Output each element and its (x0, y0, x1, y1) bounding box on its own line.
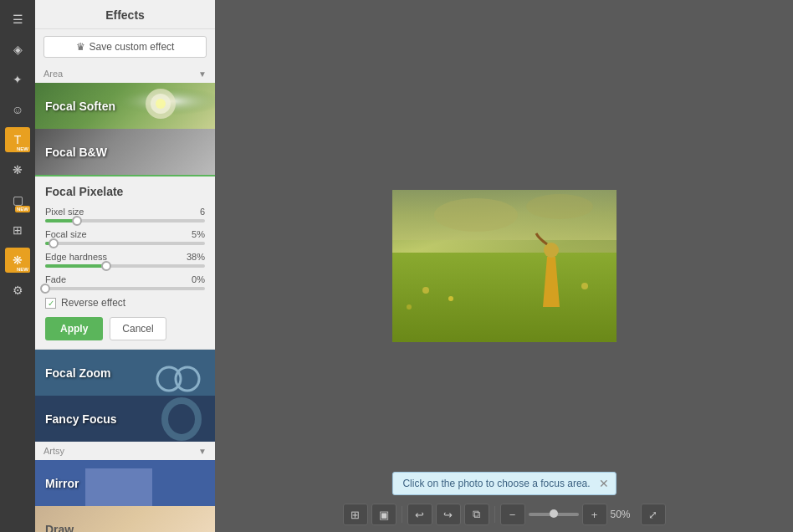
focal-zoom-tile[interactable]: Focal Zoom (35, 350, 215, 396)
edge-hardness-track[interactable] (45, 264, 205, 268)
zoom-out-button[interactable]: − (500, 504, 525, 525)
zoom-slider-thumb[interactable] (550, 509, 558, 518)
portrait-icon[interactable]: ☺ (5, 97, 30, 122)
new-icon: NEW (15, 206, 30, 212)
text-icon[interactable]: T NEW (5, 127, 30, 152)
focal-size-slider-row: Focal size 5% (45, 229, 205, 245)
apply-button[interactable]: Apply (45, 317, 103, 340)
sticker-icon[interactable]: ❋ (5, 157, 30, 182)
pixel-size-thumb[interactable] (72, 216, 82, 226)
draw-tile[interactable]: Draw (35, 506, 215, 532)
focal-size-value: 5% (192, 229, 205, 239)
pixel-size-slider-row: Pixel size 6 (45, 207, 205, 223)
svg-point-13 (434, 198, 518, 232)
effects-icon[interactable]: ❋ NEW (5, 248, 30, 273)
main-canvas-area: Click on the photo to choose a focus are… (215, 0, 793, 532)
fade-thumb[interactable] (40, 284, 50, 294)
svg-point-18 (407, 304, 412, 309)
edge-hardness-fill (45, 264, 106, 268)
fullscreen-button[interactable]: ⤢ (641, 504, 666, 525)
crop-button[interactable]: ⧉ (464, 504, 489, 525)
layers-button[interactable]: ⊞ (343, 504, 368, 525)
edge-hardness-label: Edge hardness (45, 252, 107, 262)
sliders-icon[interactable]: ☰ (5, 7, 30, 32)
fancy-focus-tile[interactable]: Fancy Focus (35, 396, 215, 442)
toast-close-button[interactable]: ✕ (599, 477, 609, 490)
redo-button[interactable]: ↪ (436, 504, 461, 525)
svg-point-17 (448, 296, 453, 301)
zoom-in-icon: + (591, 509, 598, 521)
crop-icon: ⧉ (473, 508, 480, 521)
undo-button[interactable]: ↩ (407, 504, 432, 525)
photo-canvas[interactable] (392, 190, 616, 342)
focal-pixelate-title: Focal Pixelate (45, 185, 205, 198)
effects-panel: Effects ♛ Save custom effect Area ▼ (35, 0, 215, 532)
toolbar-separator-1 (402, 506, 402, 523)
photo-container[interactable] (392, 190, 616, 342)
save-custom-button[interactable]: ♛ Save custom effect (43, 36, 207, 58)
focal-size-thumb[interactable] (49, 238, 59, 248)
frames-button[interactable]: ▣ (371, 504, 396, 525)
svg-point-3 (156, 99, 166, 109)
zoom-in-button[interactable]: + (582, 504, 607, 525)
toast-notification: Click on the photo to choose a focus are… (391, 472, 616, 495)
pixel-size-track[interactable] (45, 219, 205, 223)
svg-point-19 (581, 283, 588, 289)
fade-track[interactable] (45, 287, 205, 290)
action-buttons: Apply Cancel (45, 317, 205, 340)
svg-point-16 (422, 287, 429, 294)
texture-icon[interactable]: ⊞ (5, 217, 30, 243)
reverse-label: Reverse effect (61, 297, 125, 309)
edge-hardness-slider-row: Edge hardness 38% (45, 252, 205, 268)
zoom-out-icon: − (509, 509, 516, 521)
focal-size-track[interactable] (45, 242, 205, 245)
edge-hardness-value: 38% (187, 252, 205, 262)
svg-rect-11 (85, 468, 152, 506)
toast-message: Click on the photo to choose a focus are… (402, 478, 590, 489)
zoom-slider[interactable] (529, 513, 579, 516)
toolbar-separator-2 (494, 506, 495, 523)
reverse-checkbox[interactable]: ✓ (45, 298, 56, 309)
layers-icon: ⊞ (350, 509, 360, 521)
focal-zoom-label: Focal Zoom (35, 366, 111, 380)
adjust-icon[interactable]: ◈ (5, 37, 30, 62)
crown-icon: ♛ (76, 41, 85, 53)
mirror-label: Mirror (35, 477, 79, 490)
frames-icon: ▣ (379, 509, 389, 521)
icon-bar: ☰ ◈ ✦ ☺ T NEW ❋ NEW ▢ ⊞ ❋ NEW ⚙ (0, 0, 35, 532)
redo-icon: ↪ (443, 509, 453, 521)
focal-soften-label: Focal Soften (35, 100, 115, 113)
undo-icon: ↩ (415, 509, 424, 521)
edge-hardness-thumb[interactable] (101, 261, 111, 271)
fade-label: Fade (45, 274, 66, 284)
svg-point-14 (526, 194, 593, 219)
artsy-section-label: Artsy ▼ (35, 442, 215, 460)
mirror-tile[interactable]: Mirror (35, 460, 215, 506)
cancel-button[interactable]: Cancel (110, 317, 166, 340)
fade-value: 0% (192, 274, 205, 284)
fullscreen-icon: ⤢ (648, 509, 657, 521)
zoom-label: 50% (611, 509, 637, 520)
reverse-effect-row[interactable]: ✓ Reverse effect (45, 297, 205, 309)
misc-icon[interactable]: ⚙ (5, 278, 30, 303)
bottom-toolbar: ⊞ ▣ ↩ ↪ ⧉ − + 50% ⤢ (343, 504, 666, 525)
focal-pixelate-section: Focal Pixelate Pixel size 6 Focal size 5… (35, 175, 215, 350)
frame-icon[interactable]: NEW ▢ (5, 187, 30, 212)
fade-slider-row: Fade 0% (45, 274, 205, 290)
focal-soften-tile[interactable]: Focal Soften (35, 83, 215, 129)
focal-bw-label: Focal B&W (35, 146, 107, 159)
area-arrow-icon: ▼ (198, 69, 207, 79)
fancy-focus-label: Fancy Focus (35, 412, 117, 426)
focal-bw-tile[interactable]: Focal B&W (35, 129, 215, 175)
draw-label: Draw (35, 523, 74, 533)
effects-scroll-area[interactable]: Area ▼ (35, 64, 215, 532)
artsy-arrow-icon: ▼ (198, 447, 207, 456)
effects-title: Effects (35, 0, 215, 29)
magic-icon[interactable]: ✦ (5, 67, 30, 92)
svg-rect-15 (392, 253, 616, 342)
area-section-label: Area ▼ (35, 64, 215, 83)
pixel-size-value: 6 (200, 207, 205, 217)
